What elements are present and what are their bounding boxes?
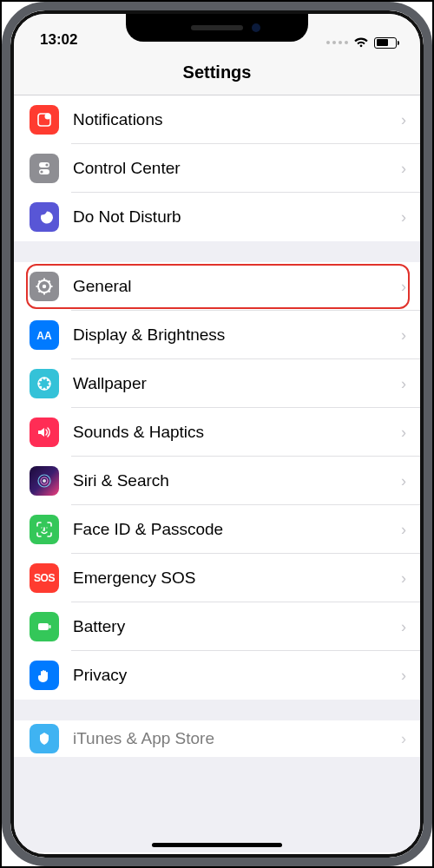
chevron-right-icon: › <box>401 424 420 442</box>
svg-point-28 <box>43 479 46 483</box>
wallpaper-icon <box>30 369 59 398</box>
page-title: Settings <box>14 62 420 82</box>
row-label: Wallpaper <box>59 374 401 393</box>
chevron-right-icon: › <box>401 521 420 539</box>
settings-row-appstore[interactable]: iTunes & App Store › <box>14 720 420 757</box>
battery-icon <box>374 37 399 49</box>
notch <box>126 14 308 42</box>
page-header: Settings <box>14 54 420 95</box>
speaker-icon <box>30 418 59 447</box>
settings-row-dnd[interactable]: Do Not Disturb › <box>14 193 420 241</box>
chevron-right-icon: › <box>401 618 420 636</box>
chevron-right-icon: › <box>401 730 420 748</box>
svg-line-13 <box>49 291 50 293</box>
front-camera <box>252 23 260 32</box>
row-label: Display & Brightness <box>59 326 401 345</box>
svg-point-22 <box>40 379 43 382</box>
svg-point-5 <box>40 170 43 173</box>
battery-row-icon <box>30 612 59 641</box>
chevron-right-icon: › <box>401 667 420 685</box>
moon-icon <box>30 202 59 232</box>
hand-icon <box>30 661 59 690</box>
chevron-right-icon: › <box>401 569 420 588</box>
sos-icon: SOS <box>30 563 59 593</box>
row-label: Privacy <box>59 666 401 685</box>
appstore-icon <box>30 724 59 753</box>
gear-icon <box>30 272 59 301</box>
svg-line-15 <box>49 281 50 283</box>
chevron-right-icon: › <box>401 326 420 345</box>
settings-row-display[interactable]: AA Display & Brightness › <box>14 311 420 359</box>
chevron-right-icon: › <box>401 208 420 227</box>
svg-point-21 <box>49 383 51 385</box>
screen: 13:02 Settings <box>10 10 424 858</box>
svg-point-25 <box>47 386 49 389</box>
speaker-grille <box>191 25 243 30</box>
row-label: Notifications <box>59 110 401 129</box>
svg-rect-31 <box>38 623 49 630</box>
svg-point-1 <box>45 114 51 120</box>
settings-row-siri[interactable]: Siri & Search › <box>14 457 420 505</box>
svg-point-3 <box>45 163 48 166</box>
chevron-right-icon: › <box>401 375 420 393</box>
settings-group: General › AA Display & Brightness › <box>14 262 420 700</box>
faceid-icon <box>30 515 59 544</box>
row-label: Emergency SOS <box>59 569 401 588</box>
settings-list[interactable]: Notifications › Control Center › <box>14 95 420 852</box>
row-label: Do Not Disturb <box>59 207 401 227</box>
settings-row-battery[interactable]: Battery › <box>14 602 420 651</box>
device-frame: 13:02 Settings <box>2 2 432 866</box>
settings-row-control-center[interactable]: Control Center › <box>14 144 420 193</box>
settings-row-wallpaper[interactable]: Wallpaper › <box>14 359 420 408</box>
siri-icon <box>30 466 59 496</box>
status-right <box>326 36 399 50</box>
home-indicator[interactable] <box>152 843 282 847</box>
chevron-right-icon: › <box>401 111 420 129</box>
settings-row-general[interactable]: General › <box>14 262 420 311</box>
svg-line-14 <box>39 291 41 293</box>
chevron-right-icon: › <box>401 278 420 296</box>
cellular-dots-icon <box>326 41 348 44</box>
display-icon: AA <box>30 320 59 350</box>
row-label: iTunes & App Store <box>59 729 401 748</box>
row-label: General <box>59 277 401 296</box>
settings-row-notifications[interactable]: Notifications › <box>14 95 420 144</box>
settings-row-privacy[interactable]: Privacy › <box>14 651 420 700</box>
svg-rect-32 <box>49 625 51 628</box>
control-center-icon <box>30 154 59 183</box>
settings-row-sounds[interactable]: Sounds & Haptics › <box>14 408 420 457</box>
row-label: Siri & Search <box>59 471 401 490</box>
chevron-right-icon: › <box>401 472 420 490</box>
settings-row-sos[interactable]: SOS Emergency SOS › <box>14 554 420 602</box>
settings-group: Notifications › Control Center › <box>14 95 420 241</box>
row-label: Sounds & Haptics <box>59 423 401 442</box>
row-label: Face ID & Passcode <box>59 520 401 539</box>
row-label: Battery <box>59 617 401 636</box>
svg-point-23 <box>47 379 49 382</box>
wifi-icon <box>353 36 369 49</box>
svg-point-19 <box>43 388 46 391</box>
notifications-icon <box>30 105 59 135</box>
chevron-right-icon: › <box>401 160 420 178</box>
settings-row-faceid[interactable]: Face ID & Passcode › <box>14 505 420 554</box>
status-time: 13:02 <box>35 31 77 50</box>
svg-point-7 <box>43 285 46 288</box>
svg-point-18 <box>43 378 46 380</box>
svg-line-12 <box>39 281 41 283</box>
settings-group: iTunes & App Store › <box>14 720 420 757</box>
svg-point-24 <box>40 386 43 389</box>
svg-point-20 <box>38 383 41 385</box>
svg-text:AA: AA <box>36 330 52 342</box>
row-label: Control Center <box>59 159 401 178</box>
